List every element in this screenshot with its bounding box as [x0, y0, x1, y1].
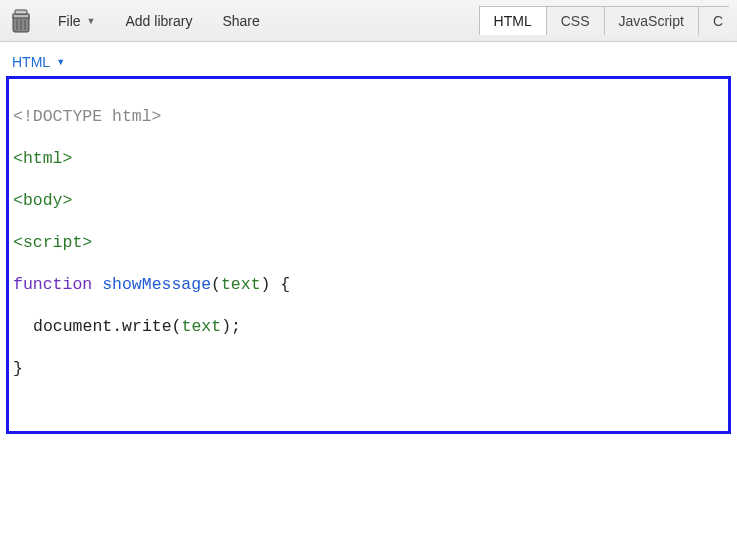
- file-label: File: [58, 13, 81, 29]
- code-token: );: [221, 317, 241, 336]
- toolbar: File ▼ Add library Share HTML CSS JavaSc…: [0, 0, 737, 42]
- share-label: Share: [222, 13, 259, 29]
- jsbin-logo-icon[interactable]: [8, 8, 34, 34]
- add-library-button[interactable]: Add library: [113, 7, 204, 35]
- add-library-label: Add library: [125, 13, 192, 29]
- svg-rect-2: [15, 10, 27, 14]
- svg-rect-1: [13, 14, 29, 18]
- code-token: text: [221, 275, 261, 294]
- code-token: document.write(: [33, 317, 182, 336]
- caret-down-icon: ▼: [56, 57, 65, 67]
- code-token: }: [13, 359, 23, 378]
- code-token: <script>: [13, 233, 92, 252]
- share-button[interactable]: Share: [210, 7, 271, 35]
- tab-javascript[interactable]: JavaScript: [604, 6, 699, 35]
- code-token: <body>: [13, 191, 72, 210]
- tab-css[interactable]: CSS: [546, 6, 605, 35]
- editor-header: HTML ▼: [0, 42, 737, 76]
- panel-tabs: HTML CSS JavaScript C: [480, 6, 729, 35]
- panel-type-dropdown[interactable]: HTML ▼: [12, 54, 65, 70]
- tab-html[interactable]: HTML: [479, 6, 547, 35]
- code-token: text: [182, 317, 222, 336]
- code-token: function: [13, 275, 92, 294]
- code-editor[interactable]: <!DOCTYPE html> <html> <body> <script> f…: [6, 76, 731, 434]
- code-token: showMessage: [102, 275, 211, 294]
- panel-type-label: HTML: [12, 54, 50, 70]
- caret-down-icon: ▼: [87, 16, 96, 26]
- code-token: ) {: [261, 275, 291, 294]
- code-token: <html>: [13, 149, 72, 168]
- code-token: (: [211, 275, 221, 294]
- code-token: <!DOCTYPE html>: [13, 107, 162, 126]
- file-menu[interactable]: File ▼: [46, 7, 107, 35]
- tab-console-cut[interactable]: C: [698, 6, 729, 35]
